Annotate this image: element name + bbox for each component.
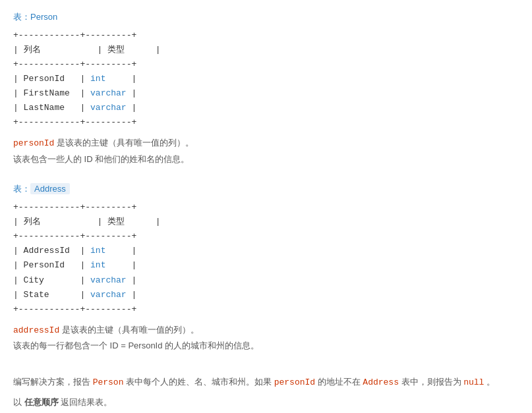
q-address-ref: Address xyxy=(363,377,399,387)
person-label-name: Person xyxy=(30,12,57,22)
question-line2: 以 任意顺序 返回结果表。 xyxy=(13,394,519,411)
q-line1-p4: 表中，则报告为 xyxy=(399,377,463,387)
address-table-box: +------------+---------+ | 列名 | 类型 | +--… xyxy=(13,200,519,317)
q-line1-p2: 表中每个人的姓、名、城市和州。如果 xyxy=(123,377,274,387)
q-line1-p3: 的地址不在 xyxy=(315,377,363,387)
address-description: addressId 是该表的主键（具有唯一值的列）。 该表的每一行都包含一个 I… xyxy=(13,322,519,354)
person-table-box: +------------+---------+ | 列名 | 类型 | +--… xyxy=(13,28,519,130)
q-null-ref: null xyxy=(463,377,484,387)
q-person-ref: Person xyxy=(93,377,124,387)
q-line1-p5: 。 xyxy=(484,377,495,387)
q-line2-prefix: 以 xyxy=(13,397,24,407)
address-table-pre: +------------+---------+ | 列名 | 类型 | +--… xyxy=(13,200,519,317)
person-desc1-text: 是该表的主键（具有唯一值的列）。 xyxy=(54,138,194,148)
question-line1: 编写解决方案，报告 Person 表中每个人的姓、名、城市和州。如果 perso… xyxy=(13,373,519,391)
person-label-prefix: 表： xyxy=(13,12,30,22)
question-section: 编写解决方案，报告 Person 表中每个人的姓、名、城市和州。如果 perso… xyxy=(13,373,519,411)
person-description: personId 是该表的主键（具有唯一值的列）。 该表包含一些人的 ID 和他… xyxy=(13,135,519,167)
address-table-section: 表：Address +------------+---------+ | 列名 … xyxy=(13,182,519,353)
address-label-name: Address xyxy=(30,183,70,194)
address-table-label: 表：Address xyxy=(13,182,519,196)
person-table-pre: +------------+---------+ | 列名 | 类型 | +--… xyxy=(13,28,519,130)
q-line2-suffix: 返回结果表。 xyxy=(59,397,113,407)
address-desc2: 该表的每一行都包含一个 ID = PersonId 的人的城市和州的信息。 xyxy=(13,341,259,350)
q-personid-ref: personId xyxy=(274,377,315,387)
person-desc2: 该表包含一些人的 ID 和他们的姓和名的信息。 xyxy=(13,154,189,164)
person-table-label: 表：Person xyxy=(13,11,519,24)
address-label-prefix: 表： xyxy=(13,184,30,194)
person-desc1-highlight: personId xyxy=(13,138,54,148)
q-line2-bold: 任意顺序 xyxy=(24,397,59,407)
person-table-section: 表：Person +------------+---------+ | 列名 |… xyxy=(13,11,519,167)
address-desc1-text: 是该表的主键（具有唯一值的列）。 xyxy=(59,325,199,335)
address-desc1-highlight: addressId xyxy=(13,325,59,335)
q-line1-p1: 编写解决方案，报告 xyxy=(13,377,93,387)
